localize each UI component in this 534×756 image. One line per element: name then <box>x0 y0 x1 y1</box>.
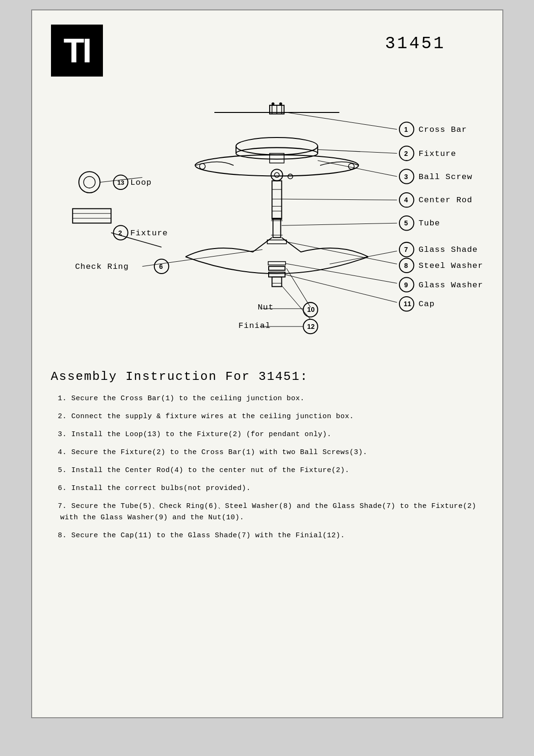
svg-rect-35 <box>72 209 110 223</box>
svg-line-46 <box>317 161 397 177</box>
svg-text:Cap: Cap <box>418 300 434 309</box>
svg-line-92 <box>281 285 310 319</box>
instruction-step-4: 4. Secure the Fixture(2) to the Cross Ba… <box>51 447 483 458</box>
instructions: Assembly Instruction For 31451: 1. Secur… <box>51 369 483 541</box>
svg-rect-29 <box>269 272 285 277</box>
logo-text: TI <box>64 31 90 70</box>
svg-point-7 <box>236 137 317 155</box>
svg-text:9: 9 <box>404 281 408 289</box>
svg-text:Check Ring: Check Ring <box>75 262 128 271</box>
header: TI 31451 <box>51 25 483 77</box>
svg-line-43 <box>317 149 397 153</box>
svg-line-61 <box>285 264 397 284</box>
svg-line-52 <box>281 223 397 225</box>
instruction-step-5: 5. Install the Center Rod(4) to the cent… <box>51 465 483 476</box>
svg-line-64 <box>285 275 397 302</box>
svg-text:Tube: Tube <box>418 219 440 228</box>
svg-text:Fixture: Fixture <box>130 229 168 238</box>
diagram-svg: 1 2 3 4 5 7 8 <box>51 81 483 355</box>
svg-point-16 <box>274 172 279 177</box>
svg-text:3: 3 <box>404 173 408 180</box>
svg-text:5: 5 <box>404 219 408 227</box>
model-number: 31451 <box>385 34 483 53</box>
svg-line-85 <box>286 268 310 307</box>
instruction-step-2: 2. Connect the supply & fixture wires at… <box>51 411 483 422</box>
svg-text:6: 6 <box>159 263 163 270</box>
svg-text:2: 2 <box>118 229 122 237</box>
svg-text:10: 10 <box>307 306 314 313</box>
svg-point-17 <box>288 174 292 179</box>
svg-text:Center Rod: Center Rod <box>418 196 472 205</box>
svg-rect-28 <box>269 266 285 270</box>
svg-point-13 <box>348 163 354 169</box>
instruction-step-3: 3. Install the Loop(13) to the Fixture(2… <box>51 429 483 440</box>
instruction-step-6: 6. Install the correct bulbs(not provide… <box>51 483 483 494</box>
svg-rect-18 <box>272 181 281 219</box>
steps-container: 1. Secure the Cross Bar(1) to the ceilin… <box>51 393 483 541</box>
svg-text:Glass Washer: Glass Washer <box>418 281 483 290</box>
svg-text:7: 7 <box>404 246 408 253</box>
svg-text:4: 4 <box>404 196 408 204</box>
svg-rect-26 <box>267 240 287 244</box>
svg-text:13: 13 <box>117 179 124 186</box>
ti-logo: TI <box>51 25 103 77</box>
instruction-step-1: 1. Secure the Cross Bar(1) to the ceilin… <box>51 393 483 404</box>
instruction-step-8: 8. Secure the Cap(11) to the Glass Shade… <box>51 530 483 541</box>
svg-rect-23 <box>273 218 280 238</box>
svg-text:11: 11 <box>404 300 411 308</box>
svg-point-12 <box>199 163 205 169</box>
svg-text:Steel Washer: Steel Washer <box>418 261 483 270</box>
svg-text:8: 8 <box>404 262 408 269</box>
svg-text:12: 12 <box>307 323 314 330</box>
svg-text:2: 2 <box>404 150 408 157</box>
svg-text:Ball Screw: Ball Screw <box>418 172 472 181</box>
svg-line-49 <box>281 199 397 200</box>
svg-text:Finial: Finial <box>238 321 270 330</box>
svg-point-32 <box>79 172 100 193</box>
svg-text:Nut: Nut <box>257 303 273 312</box>
instructions-title: Assembly Instruction For 31451: <box>51 369 483 384</box>
svg-text:1: 1 <box>404 126 408 133</box>
svg-point-5 <box>271 103 274 105</box>
svg-rect-27 <box>268 262 286 265</box>
svg-point-33 <box>84 176 95 188</box>
svg-line-40 <box>286 112 397 129</box>
instruction-step-7: 7. Secure the Tube(5)、Check Ring(6)、Stee… <box>51 501 483 524</box>
svg-text:Loop: Loop <box>130 178 152 187</box>
diagram-container: 1 2 3 4 5 7 8 <box>51 81 483 355</box>
page: TI 31451 <box>31 9 503 718</box>
svg-line-58 <box>286 242 397 264</box>
svg-text:Glass Shade: Glass Shade <box>418 245 477 254</box>
svg-text:Fixture: Fixture <box>418 149 456 158</box>
svg-point-6 <box>279 103 282 105</box>
svg-rect-30 <box>272 277 281 286</box>
svg-text:Cross Bar: Cross Bar <box>418 125 467 134</box>
svg-point-15 <box>271 169 282 180</box>
